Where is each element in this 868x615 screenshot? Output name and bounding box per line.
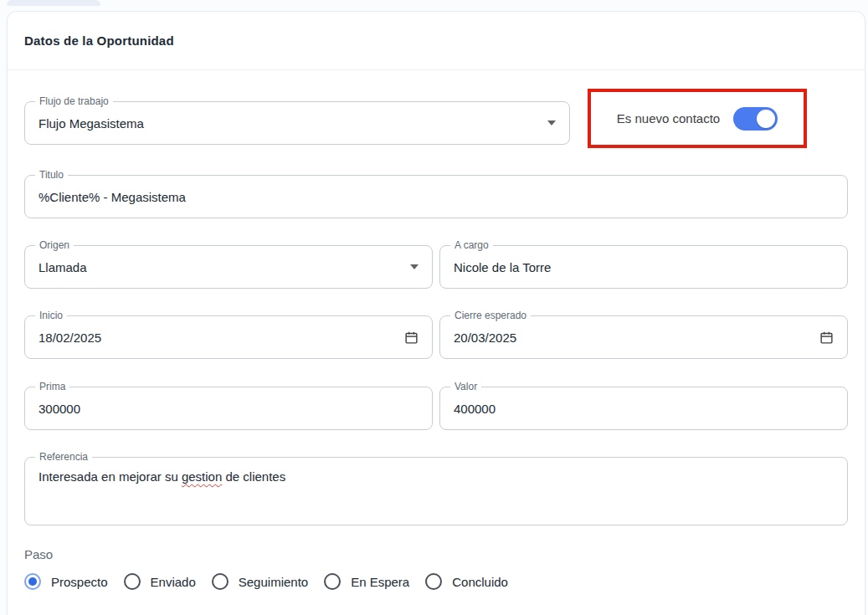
inicio-value: 18/02/2025 — [39, 331, 396, 345]
new-contact-toggle[interactable] — [733, 107, 778, 131]
card-header: Datos de la Oportunidad — [8, 12, 865, 70]
new-contact-label: Es nuevo contacto — [617, 111, 720, 126]
paso-group-label: Paso — [24, 547, 848, 561]
inicio-date-input[interactable]: Inicio 18/02/2025 — [24, 315, 433, 359]
radio-circle — [212, 573, 229, 590]
opportunity-card: Datos de la Oportunidad Flujo de trabajo… — [7, 11, 865, 615]
referencia-textarea[interactable]: Referencia Interesada en mejorar su gest… — [24, 457, 848, 525]
cierre-esperado-label: Cierre esperado — [450, 310, 531, 322]
chevron-down-icon — [547, 120, 556, 126]
valor-label: Valor — [450, 381, 481, 393]
a-cargo-label: A cargo — [450, 239, 493, 252]
chevron-down-icon — [410, 264, 419, 269]
radio-prospecto[interactable]: Prospecto — [24, 573, 108, 590]
cierre-esperado-value: 20/03/2025 — [454, 331, 811, 345]
page-title: Datos de la Oportunidad — [24, 33, 174, 48]
radio-circle — [324, 573, 341, 590]
workflow-label: Flujo de trabajo — [35, 95, 113, 108]
toggle-knob — [757, 110, 775, 128]
radio-circle — [425, 573, 442, 590]
paso-radio-group: Prospecto Enviado Seguimiento En Espera … — [24, 573, 848, 590]
titulo-label: Titulo — [35, 169, 68, 182]
radio-concluido[interactable]: Concluido — [425, 573, 508, 590]
prima-value: 300000 — [39, 402, 419, 416]
origen-label: Origen — [35, 239, 74, 252]
calendar-icon[interactable] — [404, 331, 419, 345]
valor-value: 400000 — [454, 402, 834, 416]
workflow-select[interactable]: Flujo de trabajo Flujo Megasistema — [24, 101, 570, 145]
cierre-esperado-date-input[interactable]: Cierre esperado 20/03/2025 — [439, 315, 848, 359]
valor-input[interactable]: Valor 400000 — [439, 387, 848, 430]
radio-circle — [124, 573, 141, 590]
misspelled-word: gestion — [182, 469, 222, 484]
titulo-value: %Cliente% - Megasistema — [39, 190, 834, 204]
titulo-input[interactable]: Titulo %Cliente% - Megasistema — [24, 175, 848, 218]
radio-circle-checked — [24, 573, 41, 590]
workflow-value: Flujo Megasistema — [39, 116, 539, 131]
prima-input[interactable]: Prima 300000 — [24, 387, 433, 430]
new-contact-highlight-box: Es nuevo contacto — [588, 89, 807, 148]
prima-label: Prima — [35, 381, 69, 393]
radio-seguimiento[interactable]: Seguimiento — [212, 573, 308, 590]
top-tab-fragment — [7, 0, 100, 6]
inicio-label: Inicio — [35, 310, 67, 322]
opportunity-form: Flujo de trabajo Flujo Megasistema Es nu… — [8, 101, 865, 590]
origen-select[interactable]: Origen Llamada — [24, 245, 433, 289]
calendar-icon[interactable] — [819, 331, 834, 345]
origen-value: Llamada — [39, 260, 402, 274]
referencia-value: Interesada en mejorar su gestion de clie… — [39, 469, 285, 484]
referencia-label: Referencia — [35, 451, 92, 464]
radio-enviado[interactable]: Enviado — [124, 573, 196, 590]
a-cargo-input[interactable]: A cargo Nicole de la Torre — [439, 245, 848, 289]
a-cargo-value: Nicole de la Torre — [454, 260, 834, 274]
radio-en-espera[interactable]: En Espera — [324, 573, 409, 590]
